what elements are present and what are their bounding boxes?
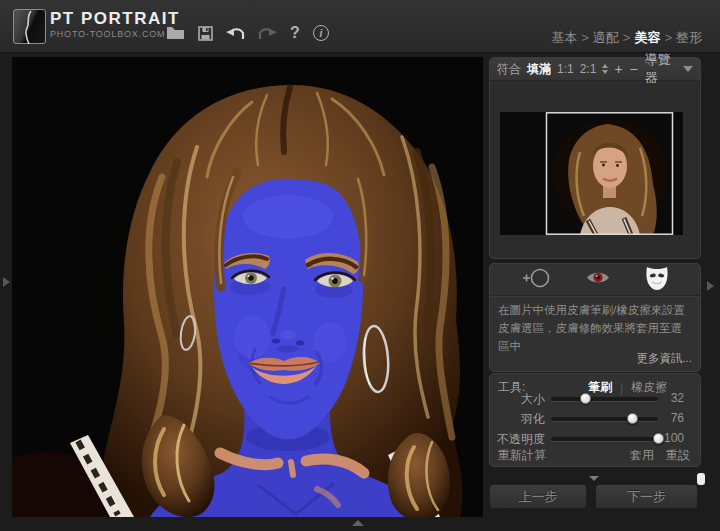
navigator-label[interactable]: 導覽器 xyxy=(645,51,677,87)
toolbar: ? i xyxy=(166,22,329,44)
size-slider-value: 32 xyxy=(660,391,684,405)
bottom-panel-expand-handle[interactable] xyxy=(352,520,364,526)
floppy-disk-icon xyxy=(198,26,213,41)
zoom-bar: 符合 填滿 1:1 2:1 + − 導覽器 xyxy=(490,58,700,81)
info-icon: i xyxy=(313,25,329,41)
save-button[interactable] xyxy=(198,26,213,41)
right-panel: 符合 填滿 1:1 2:1 + − 導覽器 xyxy=(489,57,701,531)
mask-view-button[interactable] xyxy=(645,265,669,295)
app-subtitle: PHOTO-TOOLBOX.COM xyxy=(50,29,180,39)
image-canvas[interactable] xyxy=(12,57,483,517)
zoom-in-button[interactable]: + xyxy=(614,61,622,77)
right-panel-collapse-handle[interactable] xyxy=(707,281,714,291)
size-slider-thumb[interactable] xyxy=(580,393,591,404)
tool-description: 在圖片中使用皮膚筆刷/橡皮擦來設置皮膚選區，皮膚修飾效果將套用至選區中 xyxy=(498,302,692,355)
top-bar: PT PORTRAIT PHOTO-TOOLBOX.COM xyxy=(0,0,720,53)
more-info-link[interactable]: 更多資訊... xyxy=(636,351,692,366)
breadcrumb-separator: > xyxy=(581,30,589,45)
zoom-out-button[interactable]: − xyxy=(630,61,638,77)
folder-icon xyxy=(166,26,185,40)
mask-tool-icons-row xyxy=(490,264,700,296)
breadcrumb-step-reshape[interactable]: 整形 xyxy=(676,30,702,45)
feather-slider-thumb[interactable] xyxy=(627,413,638,424)
breadcrumb-separator: > xyxy=(623,30,631,45)
navigator-collapse-caret-icon[interactable] xyxy=(683,66,693,72)
zoom-fill-button[interactable]: 填滿 xyxy=(527,61,551,78)
opacity-slider-value: 100 xyxy=(660,431,684,445)
navigator-preview-image xyxy=(500,112,683,235)
feather-slider-value: 76 xyxy=(660,411,684,425)
breadcrumb-separator: > xyxy=(664,30,672,45)
panel-scrollbar-thumb[interactable] xyxy=(697,473,705,485)
mask-controls-section: 在圖片中使用皮膚筆刷/橡皮擦來設置皮膚選區，皮膚修飾效果將套用至選區中 更多資訊… xyxy=(489,263,701,372)
info-button[interactable]: i xyxy=(313,25,329,41)
undo-button[interactable] xyxy=(226,27,245,40)
recompute-button[interactable]: 重新計算 xyxy=(498,447,546,464)
feather-slider-label: 羽化 xyxy=(490,411,545,428)
zoom-fit-button[interactable]: 符合 xyxy=(497,61,521,78)
panel-collapse-caret-icon[interactable] xyxy=(589,476,599,481)
size-slider-row: 大小 32 xyxy=(490,390,700,406)
feather-slider[interactable] xyxy=(551,417,658,421)
undo-arrow-icon xyxy=(226,27,245,40)
breadcrumb-step-fit[interactable]: 適配 xyxy=(593,30,619,45)
zoom-2to1-button[interactable]: 2:1 xyxy=(580,62,597,76)
previous-step-button[interactable]: 上一步 xyxy=(489,484,587,509)
app-window: PT PORTRAIT PHOTO-TOOLBOX.COM xyxy=(0,0,720,531)
help-button[interactable]: ? xyxy=(290,24,300,42)
brush-settings-section: 工具: 筆刷 | 橡皮擦 大小 32 羽化 76 不透明度 100 xyxy=(489,373,701,467)
app-logo xyxy=(13,9,46,44)
next-step-button[interactable]: 下一步 xyxy=(595,484,698,509)
opacity-slider[interactable] xyxy=(551,437,658,441)
face-profile-icon xyxy=(14,10,47,45)
redo-arrow-icon xyxy=(258,27,277,40)
tool-description-area: 在圖片中使用皮膚筆刷/橡皮擦來設置皮膚選區，皮膚修飾效果將套用至選區中 更多資訊… xyxy=(490,296,700,371)
navigator-thumbnail[interactable] xyxy=(500,112,683,235)
apply-button[interactable]: 套用 xyxy=(630,447,654,464)
mask-actions-row: 重新計算 套用 重設 xyxy=(490,447,700,462)
portrait-with-skin-mask xyxy=(12,57,483,517)
reset-button[interactable]: 重設 xyxy=(666,447,690,464)
size-slider-label: 大小 xyxy=(490,391,545,408)
feather-slider-row: 羽化 76 xyxy=(490,410,700,426)
navigator-section: 符合 填滿 1:1 2:1 + − 導覽器 xyxy=(489,57,701,259)
eye-icon xyxy=(585,270,611,285)
opacity-slider-row: 不透明度 100 xyxy=(490,430,700,446)
breadcrumb-step-beauty[interactable]: 美容 xyxy=(634,30,660,45)
opacity-slider-label: 不透明度 xyxy=(490,431,545,448)
circle-plus-icon xyxy=(521,267,551,289)
preview-toggle-button[interactable] xyxy=(585,270,611,289)
theater-mask-icon xyxy=(645,265,669,291)
size-slider[interactable] xyxy=(551,397,658,401)
open-file-button[interactable] xyxy=(166,26,185,40)
app-title: PT PORTRAIT xyxy=(50,9,180,29)
zoom-1to1-button[interactable]: 1:1 xyxy=(557,62,574,76)
redo-button[interactable] xyxy=(258,27,277,40)
left-panel-expand-handle[interactable] xyxy=(3,277,10,287)
zoom-stepper-icon[interactable] xyxy=(602,64,608,74)
selection-circle-button[interactable] xyxy=(521,267,551,293)
breadcrumb-step-basic[interactable]: 基本 xyxy=(551,30,577,45)
app-title-block: PT PORTRAIT PHOTO-TOOLBOX.COM xyxy=(50,9,180,39)
breadcrumb: 基本>適配>美容>整形 xyxy=(551,29,702,47)
